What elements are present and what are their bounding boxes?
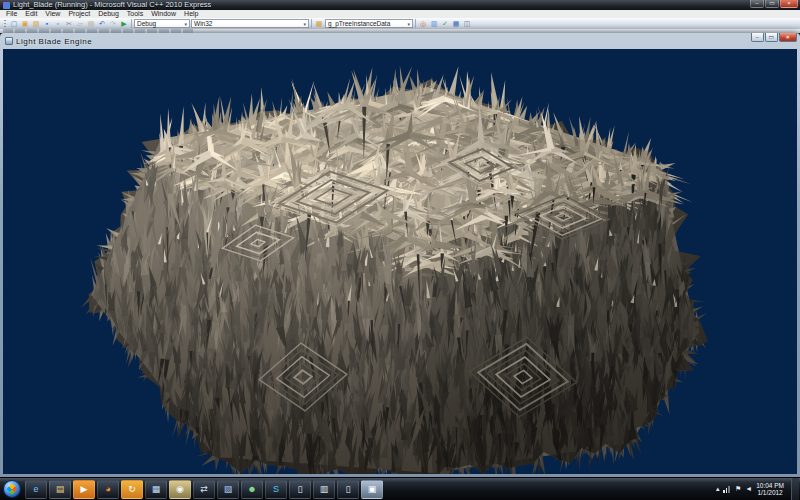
watch-expression-combo[interactable]: g_pTreeInstanceData ▾ [325,19,413,28]
taskbar-internet-explorer[interactable]: e [25,480,47,499]
add-watch-icon[interactable]: ◎ [418,19,428,29]
toolbar-separator [311,19,312,28]
vs-menu-item[interactable]: View [41,10,64,18]
vs-menu-item[interactable]: Debug [94,10,123,18]
vs-menu-item[interactable]: Help [180,10,202,18]
start-debug-icon[interactable]: ▶ [119,19,129,29]
taskbar-skype[interactable]: S [265,480,287,499]
copy-icon[interactable]: ▱ [75,19,85,29]
save-icon[interactable]: ▪ [42,19,52,29]
tray-date: 1/1/2012 [756,489,784,497]
vs-toolbar: ▢▣▨▪▫✂▱▤↶↷▶ Debug ▾ Win32 ▾ ▩ g_pTreeIns… [0,18,800,29]
network-icon[interactable] [723,485,731,493]
game-minimize-button[interactable]: – [751,33,764,42]
vs-menubar: FileEditViewProjectDebugToolsWindowHelp [0,10,800,18]
toolbar-separator [131,19,132,28]
game-window-controls: – ▭ × [751,33,797,42]
taskbar-messenger-app[interactable]: ☻ [241,480,263,499]
save-all-icon[interactable]: ▫ [53,19,63,29]
game-app-icon [5,37,13,45]
platform-value: Win32 [194,20,212,28]
taskbar-steam[interactable]: ◉ [169,480,191,499]
taskbar-remote-app[interactable]: ⇄ [193,480,215,499]
chevron-down-icon: ▾ [405,20,410,28]
show-hidden-icons-button[interactable]: ▴ [716,485,720,493]
taskbar: e ▤ ▶ ◕ ↻ ▦ [0,477,800,500]
system-tray: ▴ ⚑ ◄ 10:04 PM 1/1/2012 [716,478,800,500]
taskbar-games-app[interactable]: ▦ [145,480,167,499]
toolbar-grip[interactable] [4,20,6,28]
volume-icon[interactable]: ◄ [745,485,752,493]
start-button[interactable] [3,480,21,498]
browse-symbols-icon[interactable]: ▩ [314,19,324,29]
watch-expression-value: g_pTreeInstanceData [328,20,390,28]
game-window-title: Light Blade Engine [16,37,92,46]
chevron-down-icon: ▾ [182,20,187,28]
light-blade-engine-window: Light Blade Engine – ▭ × [0,33,800,477]
paste-icon[interactable]: ▤ [86,19,96,29]
undo-icon[interactable]: ↶ [97,19,107,29]
vs-window-controls: – ▭ × [750,0,798,8]
engine-viewport[interactable] [3,49,797,474]
action-center-flag-icon[interactable]: ⚑ [735,485,741,493]
vs-minimize-button[interactable]: – [750,0,764,8]
platform-combo[interactable]: Win32 ▾ [191,19,309,28]
solution-config-combo[interactable]: Debug ▾ [134,19,190,28]
taskbar-windows-explorer[interactable]: ▤ [49,480,71,499]
cut-icon[interactable]: ✂ [64,19,74,29]
vs-menu-item[interactable]: Tools [123,10,147,18]
vs-close-button[interactable]: × [780,0,798,8]
new-file-icon[interactable]: ▢ [9,19,19,29]
chevron-down-icon: ▾ [301,20,306,28]
game-close-button[interactable]: × [779,33,797,42]
game-titlebar[interactable]: Light Blade Engine – ▭ × [0,33,800,49]
taskbar-sync-app[interactable]: ↻ [121,480,143,499]
show-desktop-button[interactable] [791,478,799,500]
open-folder-icon[interactable]: ▨ [31,19,41,29]
vs-menu-item[interactable]: File [2,10,21,18]
syntax-check-icon[interactable]: ✓ [440,19,450,29]
vs-restore-button[interactable]: ▭ [765,0,779,8]
vs-titlebar[interactable]: Light_Blade (Running) - Microsoft Visual… [0,0,800,10]
game-maximize-button[interactable]: ▭ [765,33,778,42]
engine-render-canvas[interactable] [3,49,797,474]
taskbar-firefox[interactable]: ◕ [97,480,119,499]
properties-window-icon[interactable]: ◫ [462,19,472,29]
redo-icon[interactable]: ↷ [108,19,118,29]
solution-explorer-icon[interactable]: ▦ [451,19,461,29]
quick-watch-icon[interactable]: ▥ [429,19,439,29]
vs-window-title: Light_Blade (Running) - Microsoft Visual… [13,0,211,10]
taskbar-notepad[interactable]: ▯ [289,480,311,499]
taskbar-engine-app[interactable]: ▣ [361,480,383,499]
visual-studio-icon [3,2,10,9]
solution-config-value: Debug [137,20,156,28]
vs-menu-item[interactable]: Window [147,10,180,18]
tray-time: 10:04 PM [756,482,784,490]
vs-menu-item[interactable]: Project [64,10,94,18]
taskbar-media-player[interactable]: ▶ [73,480,95,499]
taskbar-photos-app[interactable]: ▧ [217,480,239,499]
tray-clock[interactable]: 10:04 PM 1/1/2012 [756,482,784,497]
add-item-icon[interactable]: ▣ [20,19,30,29]
taskbar-wordpad[interactable]: ▥ [313,480,335,499]
windows-logo-icon [6,483,17,494]
vs-menu-item[interactable]: Edit [21,10,41,18]
desktop: Light_Blade (Running) - Microsoft Visual… [0,0,800,500]
toolbar-separator [415,19,416,28]
taskbar-notepad-2[interactable]: ▯ [337,480,359,499]
